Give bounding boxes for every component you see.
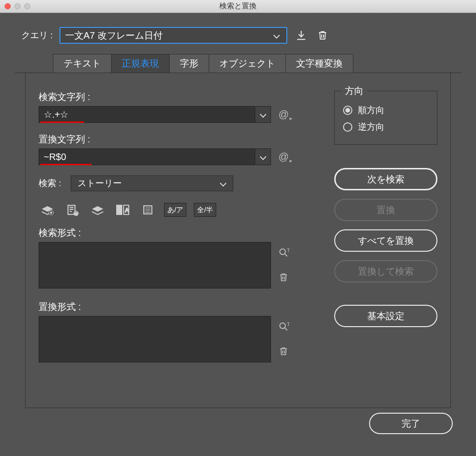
delete-query-button[interactable] [315,28,330,43]
chevron-down-icon [260,111,266,118]
tab-text[interactable]: テキスト [53,54,112,73]
locked-layers-icon[interactable] [39,202,56,217]
tab-glyph[interactable]: 字形 [170,54,209,73]
master-pages-icon[interactable]: AA [114,202,132,217]
svg-text:T: T [287,248,290,253]
minimize-window-icon [14,3,20,9]
direction-forward-row[interactable]: 順方向 [343,104,429,116]
close-window-icon[interactable] [5,3,11,9]
replace-history-dropdown[interactable] [255,149,271,165]
locked-stories-icon[interactable] [64,202,81,217]
specify-replace-format-button[interactable]: T [278,322,291,332]
query-label: クエリ : [21,29,53,41]
zoom-window-icon [24,3,30,9]
width-sensitivity-toggle[interactable]: 全/半 [194,203,216,217]
tab-object[interactable]: オブジェクト [209,54,286,73]
chevron-down-icon [220,180,226,187]
search-options-strip: AA あ/ア 全/半 [39,202,320,217]
kana-sensitivity-toggle[interactable]: あ/ア [164,203,186,217]
find-label: 検索文字列 : [39,91,320,103]
replace-label: 置換文字列 : [39,133,320,146]
direction-forward-label: 順方向 [358,104,384,116]
scope-dropdown[interactable]: ストーリー [71,175,233,191]
replace-format-label: 置換形式 : [39,301,320,313]
specify-find-format-button[interactable]: T [278,248,291,258]
direction-legend: 方向 [341,85,367,97]
svg-point-11 [280,249,285,255]
underline-annotation [40,121,84,123]
direction-backward-label: 逆方向 [358,121,384,133]
hidden-layers-icon[interactable] [89,202,106,217]
direction-backward-row[interactable]: 逆方向 [343,121,429,133]
svg-text:A: A [125,207,129,214]
svg-text:A: A [118,207,122,214]
tab-grep[interactable]: 正規表現 [112,54,170,73]
save-query-button[interactable] [294,28,309,43]
replace-combo [39,148,271,165]
radio-forward[interactable] [343,106,352,115]
clear-replace-format-button[interactable] [278,346,291,357]
window-controls [5,3,30,9]
find-combo [39,106,271,123]
find-history-dropdown[interactable] [255,107,271,122]
change-all-button[interactable]: すべてを置換 [334,229,437,252]
footnotes-icon[interactable] [139,202,157,217]
svg-rect-4 [75,213,77,215]
replace-format-box[interactable] [39,316,271,362]
find-format-box[interactable] [39,242,271,288]
special-chars-replace-button[interactable]: @▸ [278,151,289,163]
svg-text:T: T [287,322,290,327]
clear-find-format-button[interactable] [278,272,291,283]
find-input[interactable] [39,107,255,122]
scope-selected-value: ストーリー [78,177,122,189]
tab-transliterate[interactable]: 文字種変換 [286,54,353,73]
chevron-down-icon [260,154,266,160]
fewer-options-button[interactable]: 基本設定 [334,305,437,327]
window-title: 検索と置換 [0,1,476,11]
scope-label: 検索 : [39,177,61,189]
svg-point-13 [280,323,285,329]
special-chars-find-button[interactable]: @▸ [278,108,289,121]
svg-rect-1 [50,212,52,214]
underline-annotation [40,164,92,165]
find-next-button[interactable]: 次を検索 [334,168,437,190]
change-find-button: 置換して検索 [334,260,437,282]
radio-backward[interactable] [343,122,352,132]
change-button: 置換 [334,199,437,221]
find-format-label: 検索形式 : [39,227,320,239]
query-dropdown[interactable]: 一文A7 改フレーム日付 [60,27,287,44]
direction-fieldset: 方向 順方向 逆方向 [334,91,437,145]
done-button[interactable]: 完了 [369,413,453,434]
titlebar: 検索と置換 [0,0,476,13]
chevron-down-icon [273,32,280,39]
replace-input[interactable] [39,149,255,165]
query-selected-value: 一文A7 改フレーム日付 [65,29,163,42]
tab-bar: テキスト 正規表現 字形 オブジェクト 文字種変換 [53,54,471,73]
